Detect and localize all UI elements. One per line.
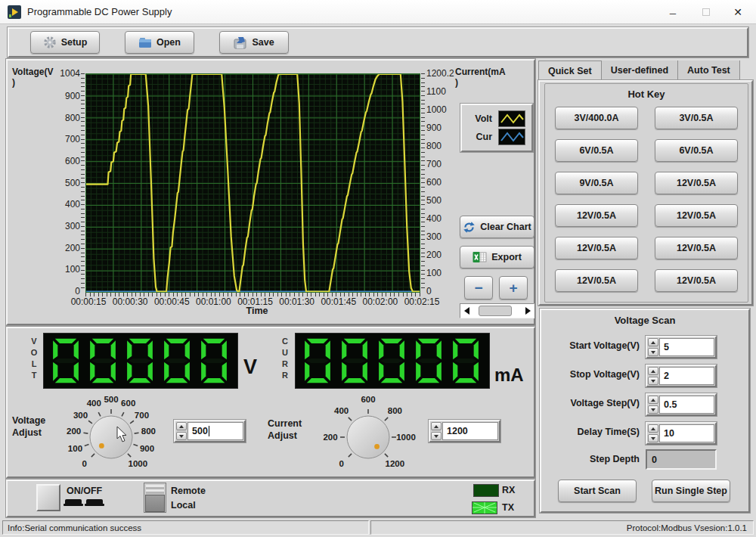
svg-text:900: 900	[140, 444, 154, 453]
scan-field-input[interactable]: 5	[646, 336, 717, 359]
spin-down-button[interactable]	[648, 348, 658, 356]
minimize-button[interactable]: –	[656, 0, 689, 24]
voltage-input[interactable]: 500	[174, 420, 246, 442]
export-button[interactable]: Export	[460, 246, 534, 268]
switch-handle[interactable]	[145, 495, 165, 512]
scan-value-field[interactable]: 10	[659, 424, 714, 442]
spinner[interactable]	[648, 396, 658, 414]
svg-text:800: 800	[388, 406, 402, 415]
zoom-out-button[interactable]: −	[464, 276, 493, 300]
hotkey-button[interactable]: 12V/0.5A	[655, 237, 738, 259]
volt-seven-segment-display	[43, 333, 238, 389]
plot-scrollbar[interactable]	[460, 303, 534, 318]
clear-chart-button[interactable]: Clear Chart	[460, 216, 534, 238]
hotkey-button[interactable]: 12V/0.5A	[655, 204, 738, 227]
status-message: Info:Serial communication success	[2, 520, 369, 535]
triangle-down-icon	[651, 351, 655, 354]
hotkey-button[interactable]: 12V/0.5A	[655, 172, 738, 194]
seven-seg-digit	[198, 337, 230, 385]
triangle-up-icon	[434, 425, 438, 428]
seven-seg-digit	[376, 337, 407, 385]
hotkey-button[interactable]: 3V/400.0A	[555, 107, 638, 129]
scan-field-input[interactable]: 2	[646, 365, 717, 387]
tab-user-defined[interactable]: User-defined	[602, 61, 678, 80]
svg-text:400: 400	[87, 399, 101, 408]
spin-down-button[interactable]	[648, 405, 658, 414]
hotkey-button[interactable]: 6V/0.5A	[555, 139, 638, 162]
seven-seg-digit	[302, 337, 333, 385]
on-off-button[interactable]	[36, 484, 60, 511]
setup-button[interactable]: Setup	[30, 31, 100, 54]
spinner[interactable]	[648, 338, 658, 356]
hotkey-button[interactable]: 12V/0.5A	[655, 269, 738, 292]
hotkey-button[interactable]: 12V/0.5A	[555, 204, 638, 227]
current-adjust-knob[interactable]: 020040060080010001200	[304, 387, 432, 483]
legend-item-cur[interactable]: Cur	[468, 129, 525, 145]
spin-down-button[interactable]	[648, 434, 658, 442]
spin-up-button[interactable]	[648, 396, 658, 404]
scan-value-field[interactable]: 2	[659, 367, 714, 385]
quick-set-tab-content: Hot Key 3V/400.0A3V/0.5A6V/0.5A6V/0.5A9V…	[538, 80, 753, 306]
y-right-tick: 500	[426, 195, 464, 206]
hotkey-button[interactable]: 12V/0.5A	[555, 237, 638, 259]
curr-unit: mA	[494, 365, 524, 386]
scroll-right-arrow[interactable]	[522, 304, 534, 318]
tab-bar: Quick SetUser-definedAuto Test	[538, 61, 753, 80]
svg-text:700: 700	[135, 411, 149, 420]
spin-up-button[interactable]	[431, 422, 442, 430]
svg-text:600: 600	[361, 395, 375, 404]
close-button[interactable]: ✕	[721, 0, 754, 24]
voltage-spinner[interactable]	[176, 422, 187, 440]
y-left-tick: 400	[38, 199, 80, 210]
scrollbar-thumb[interactable]	[479, 306, 512, 316]
tab-auto-test[interactable]: Auto Test	[678, 61, 740, 80]
spin-down-button[interactable]	[648, 377, 658, 385]
maximize-button[interactable]	[689, 0, 723, 24]
text-caret	[209, 426, 209, 436]
svg-text:400: 400	[334, 406, 349, 415]
led-glow-icon	[472, 502, 497, 514]
curr-meter-label: CURR	[280, 336, 290, 381]
hotkey-button[interactable]: 12V/0.5A	[555, 269, 638, 292]
volt-unit: V	[243, 355, 257, 379]
spinner[interactable]	[648, 367, 658, 385]
current-input[interactable]: 1200	[429, 420, 500, 442]
scroll-left-arrow[interactable]	[460, 304, 472, 318]
spin-down-button[interactable]	[176, 432, 187, 440]
spin-up-button[interactable]	[648, 424, 658, 433]
hotkey-button[interactable]: 9V/0.5A	[555, 172, 638, 194]
save-button[interactable]: Save	[219, 31, 289, 54]
hotkey-button[interactable]: 3V/0.5A	[655, 107, 738, 129]
scan-field-input[interactable]: 10	[646, 422, 717, 445]
run-single-step-button[interactable]: Run Single Step	[652, 480, 730, 502]
window-title: Programmable DC Power Supply	[27, 0, 172, 24]
scan-value-field[interactable]: 0.5	[659, 396, 714, 414]
legend-swatch[interactable]	[498, 129, 525, 145]
scan-field-label: Stop Voltage(V)	[538, 369, 640, 380]
spin-up-button[interactable]	[648, 367, 658, 375]
voltage-input-field[interactable]: 500	[187, 422, 243, 440]
current-input-field[interactable]: 1200	[442, 422, 498, 440]
tab-quick-set[interactable]: Quick Set	[538, 61, 602, 80]
spin-down-button[interactable]	[431, 432, 442, 440]
tx-label: TX	[502, 502, 514, 513]
power-key-icon	[86, 499, 103, 504]
scan-field-label: Start Voltage(V)	[538, 340, 640, 351]
triangle-up-icon	[651, 399, 655, 402]
open-button[interactable]: Open	[125, 31, 194, 54]
legend-item-volt[interactable]: Volt	[468, 110, 525, 127]
scan-value-field[interactable]: 5	[659, 338, 714, 356]
scan-field-input[interactable]: 0.5	[646, 393, 717, 416]
start-scan-button[interactable]: Start Scan	[558, 480, 637, 502]
spin-up-button[interactable]	[176, 422, 187, 430]
plot-legend[interactable]: VoltCur	[460, 104, 533, 152]
spinner[interactable]	[648, 424, 658, 442]
volt-meter-label: VOLT	[29, 336, 39, 381]
zoom-in-button[interactable]: +	[499, 276, 528, 300]
hotkey-button[interactable]: 6V/0.5A	[655, 139, 738, 162]
current-spinner[interactable]	[431, 422, 442, 440]
spin-up-button[interactable]	[648, 338, 658, 346]
legend-swatch[interactable]	[498, 110, 525, 127]
voltage-adjust-knob[interactable]: 01002003004005006007008009001000	[47, 387, 175, 483]
remote-local-switch[interactable]	[144, 483, 166, 513]
